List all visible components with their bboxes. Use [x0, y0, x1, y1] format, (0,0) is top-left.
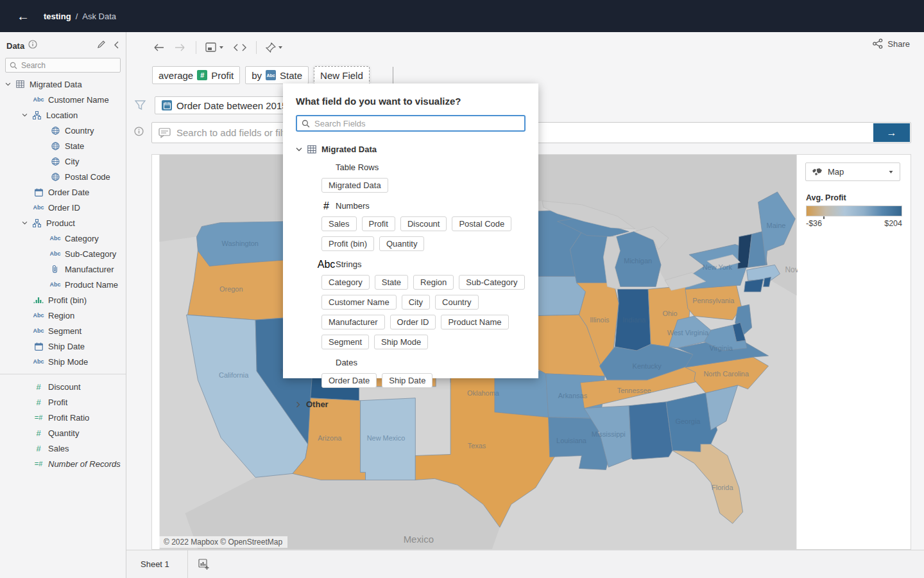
- state-label-wa: Washington: [221, 240, 258, 247]
- field-chip-ship-date[interactable]: Ship Date: [382, 373, 432, 388]
- query-pill-0[interactable]: average#Profit: [152, 66, 240, 84]
- field-row-discount[interactable]: # Discount: [0, 379, 126, 394]
- field-row-product-name[interactable]: Abc Product Name: [0, 277, 126, 292]
- state-al[interactable]: [629, 402, 672, 460]
- state-label-tn: Tennessee: [617, 387, 651, 394]
- field-chip-sub-category[interactable]: Sub-Category: [459, 275, 524, 290]
- group-label: Numbers: [336, 201, 370, 211]
- field-chip-discount[interactable]: Discount: [400, 216, 447, 231]
- field-row-profit-bin-[interactable]: Profit (bin): [0, 292, 126, 308]
- caret-down-icon[interactable]: [22, 113, 28, 117]
- field-row-location[interactable]: Location: [0, 107, 126, 123]
- query-pill-1[interactable]: byAbcState: [245, 66, 309, 84]
- new-worksheet-icon[interactable]: [198, 559, 209, 570]
- field-chip-profit-bin-[interactable]: Profit (bin): [321, 236, 374, 251]
- field-chip-segment[interactable]: Segment: [321, 335, 369, 349]
- field-row-sales[interactable]: # Sales: [0, 441, 126, 456]
- field-row-region[interactable]: Abc Region: [0, 308, 126, 323]
- field-chip-city[interactable]: City: [402, 295, 430, 310]
- field-chip-country[interactable]: Country: [435, 295, 479, 310]
- field-row-segment[interactable]: Abc Segment: [0, 323, 126, 338]
- hash-icon: #: [32, 382, 45, 392]
- code-view-icon[interactable]: [233, 43, 247, 52]
- dialog-source-row[interactable]: Migrated Data: [296, 144, 526, 154]
- info-icon[interactable]: [28, 40, 37, 51]
- field-row-customer-name[interactable]: Abc Customer Name: [0, 92, 126, 107]
- field-chip-product-name[interactable]: Product Name: [441, 315, 508, 329]
- sidebar-search-input[interactable]: Search: [5, 58, 121, 73]
- table-icon: [307, 145, 316, 153]
- viz-type-button[interactable]: [205, 42, 224, 53]
- field-chip-profit[interactable]: Profit: [362, 216, 395, 231]
- field-row-quantity[interactable]: # Quantity: [0, 425, 126, 441]
- field-chip-quantity[interactable]: Quantity: [379, 236, 424, 251]
- breadcrumb: testing / Ask Data: [44, 12, 116, 21]
- query-pill-2[interactable]: New Field: [314, 66, 370, 84]
- dialog-other-row[interactable]: Other: [296, 399, 526, 409]
- share-button[interactable]: Share: [873, 39, 910, 49]
- caret-down-icon[interactable]: [5, 82, 12, 86]
- abc-icon: Abc: [32, 328, 45, 334]
- breadcrumb-page: Ask Data: [82, 12, 116, 21]
- field-label: City: [65, 157, 79, 166]
- dialog-search-placeholder: Search Fields: [314, 119, 365, 128]
- back-arrow-icon[interactable]: ←: [17, 9, 30, 24]
- field-chip-category[interactable]: Category: [321, 275, 370, 290]
- field-label: State: [65, 141, 84, 151]
- field-row-migrated-data[interactable]: Migrated Data: [0, 76, 126, 92]
- field-row-manufacturer[interactable]: Manufacturer: [0, 261, 126, 277]
- field-chip-region[interactable]: Region: [413, 275, 454, 290]
- field-row-product[interactable]: Product: [0, 215, 126, 231]
- field-row-order-date[interactable]: Order Date: [0, 184, 126, 200]
- state-label-fl: Florida: [712, 484, 733, 491]
- dialog-groups: Table Rows Migrated Data # Numbers Sales…: [321, 162, 526, 388]
- field-row-ship-mode[interactable]: Abc Ship Mode: [0, 354, 126, 369]
- viz-type-dropdown[interactable]: Map: [805, 162, 900, 181]
- chip-list: SalesProfitDiscountPostal CodeProfit (bi…: [321, 216, 526, 251]
- collapse-pane-icon[interactable]: [114, 40, 119, 51]
- undo-icon[interactable]: [152, 43, 165, 52]
- field-chip-sales[interactable]: Sales: [321, 216, 357, 231]
- globe-icon: [49, 127, 62, 135]
- field-row-country[interactable]: Country: [0, 123, 126, 138]
- dialog-source-label: Migrated Data: [321, 144, 377, 154]
- field-chip-manufacturer[interactable]: Manufacturer: [321, 315, 385, 329]
- dialog-search-input[interactable]: Search Fields: [296, 115, 526, 132]
- pin-button[interactable]: [266, 42, 283, 53]
- caret-down-icon[interactable]: [22, 221, 28, 225]
- dialog-field-group: Table Rows Migrated Data: [321, 162, 526, 193]
- field-label: Profit (bin): [48, 295, 87, 305]
- info-icon[interactable]: [134, 127, 144, 139]
- field-row-profit-ratio[interactable]: =# Profit Ratio: [0, 410, 126, 425]
- field-row-postal-code[interactable]: Postal Code: [0, 169, 126, 184]
- field-chip-ship-mode[interactable]: Ship Mode: [374, 335, 428, 349]
- legend-gradient[interactable]: [806, 206, 902, 216]
- field-chip-order-date[interactable]: Order Date: [321, 373, 377, 388]
- field-row-state[interactable]: State: [0, 138, 126, 153]
- field-row-ship-date[interactable]: Ship Date: [0, 338, 126, 354]
- field-chip-customer-name[interactable]: Customer Name: [321, 295, 397, 310]
- field-row-city[interactable]: City: [0, 153, 126, 169]
- field-chip-postal-code[interactable]: Postal Code: [452, 216, 511, 231]
- breadcrumb-workbook[interactable]: testing: [44, 12, 71, 21]
- share-icon: [873, 39, 883, 49]
- state-label-nm: New Mexico: [367, 434, 406, 442]
- field-row-profit[interactable]: # Profit: [0, 394, 126, 410]
- redo-icon[interactable]: [174, 43, 187, 52]
- filter-funnel-icon[interactable]: [135, 100, 146, 110]
- edit-pencil-icon[interactable]: [97, 40, 106, 51]
- field-row-category[interactable]: Abc Category: [0, 231, 126, 246]
- state-label-ca: California: [219, 371, 249, 379]
- field-label: Product Name: [65, 280, 118, 290]
- field-row-number-of-records[interactable]: =# Number of Records: [0, 456, 126, 471]
- tab-sheet1[interactable]: Sheet 1: [126, 550, 188, 578]
- field-label: Sub-Category: [65, 249, 116, 259]
- state-label-pa: Pennsylvania: [692, 297, 735, 304]
- field-chip-migrated-data[interactable]: Migrated Data: [321, 178, 388, 193]
- submit-query-button[interactable]: →: [873, 123, 910, 142]
- field-row-sub-category[interactable]: Abc Sub-Category: [0, 246, 126, 261]
- chevron-down-icon: [296, 147, 302, 152]
- field-row-order-id[interactable]: Abc Order ID: [0, 200, 126, 215]
- field-chip-order-id[interactable]: Order ID: [390, 315, 436, 329]
- field-chip-state[interactable]: State: [375, 275, 408, 290]
